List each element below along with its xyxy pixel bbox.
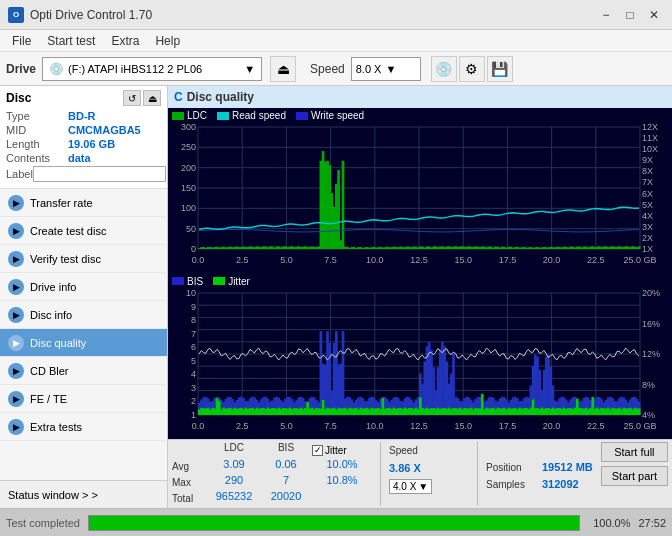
nav-label-create-test-disc: Create test disc — [30, 225, 106, 237]
disc-type-value: BD-R — [68, 110, 96, 122]
nav-item-drive-info[interactable]: ▶ Drive info — [0, 273, 167, 301]
menu-file[interactable]: File — [4, 32, 39, 50]
jitter-header: ✓ Jitter — [312, 442, 372, 458]
disc-contents-label: Contents — [6, 152, 68, 164]
status-window-button[interactable]: Status window > > — [0, 480, 167, 508]
speed-section: Speed 3.86 X 4.0 X ▼ — [389, 442, 469, 494]
start-part-button[interactable]: Start part — [601, 466, 668, 486]
chart-icon: C — [174, 90, 183, 104]
app-icon: O — [8, 7, 24, 23]
menu-extra[interactable]: Extra — [103, 32, 147, 50]
transfer-rate-icon: ▶ — [8, 195, 24, 211]
read-speed-legend-label: Read speed — [232, 110, 286, 121]
eject-button[interactable]: ⏏ — [270, 56, 296, 82]
disc-icon-btn[interactable]: 💿 — [431, 56, 457, 82]
nav-label-disc-quality: Disc quality — [30, 337, 86, 349]
chart-header: C Disc quality — [168, 86, 672, 108]
chart-title: Disc quality — [187, 90, 254, 104]
left-panel: Disc ↺ ⏏ Type BD-R MID CMCMAGBA5 Length … — [0, 86, 168, 508]
write-speed-legend-label: Write speed — [311, 110, 364, 121]
drive-value: (F:) ATAPI iHBS112 2 PL06 — [68, 63, 202, 75]
nav-item-cd-bler[interactable]: ▶ CD Bler — [0, 357, 167, 385]
position-section: Position 19512 MB Samples 312092 — [486, 442, 593, 492]
disc-length-label: Length — [6, 138, 68, 150]
titlebar: O Opti Drive Control 1.70 − □ ✕ — [0, 0, 672, 30]
speed-dropdown-row: 4.0 X ▼ — [389, 478, 469, 494]
disc-refresh-btn[interactable]: ↺ — [123, 90, 141, 106]
speed-dropdown-arrow: ▼ — [418, 481, 428, 492]
nav-label-disc-info: Disc info — [30, 309, 72, 321]
max-label: Max — [172, 474, 204, 490]
stats-section: Avg Max Total LDC 3.09 290 965232 BIS 0.… — [168, 439, 672, 508]
ldc-color-swatch — [172, 112, 184, 120]
disc-mid-label: MID — [6, 124, 68, 136]
max-jitter: 10.8% — [312, 474, 372, 490]
drive-info-icon: ▶ — [8, 279, 24, 295]
jitter-legend-label: Jitter — [228, 276, 250, 287]
read-speed-color-swatch — [217, 112, 229, 120]
progress-bar-outer — [88, 515, 580, 531]
samples-label: Samples — [486, 479, 538, 490]
nav-item-transfer-rate[interactable]: ▶ Transfer rate — [0, 189, 167, 217]
avg-jitter: 10.0% — [312, 458, 372, 474]
disc-eject-btn[interactable]: ⏏ — [143, 90, 161, 106]
nav-label-extra-tests: Extra tests — [30, 421, 82, 433]
jitter-legend: Jitter — [213, 276, 250, 287]
drive-select[interactable]: 💿 (F:) ATAPI iHBS112 2 PL06 ▼ — [42, 57, 262, 81]
speed-select[interactable]: 8.0 X ▼ — [351, 57, 421, 81]
titlebar-title: Opti Drive Control 1.70 — [30, 8, 152, 22]
stats-ldc-col: LDC 3.09 290 965232 — [208, 442, 260, 506]
disc-length-value: 19.06 GB — [68, 138, 115, 150]
save-icon-btn[interactable]: 💾 — [487, 56, 513, 82]
maximize-button[interactable]: □ — [620, 5, 640, 25]
ldc-col-header: LDC — [208, 442, 260, 458]
disc-contents-row: Contents data — [6, 152, 161, 164]
max-ldc: 290 — [208, 474, 260, 490]
speed-dropdown[interactable]: 4.0 X ▼ — [389, 479, 432, 494]
bis-legend-label: BIS — [187, 276, 203, 287]
bottom-chart-area: BIS Jitter — [168, 274, 672, 440]
top-chart-legend: LDC Read speed Write speed — [168, 108, 672, 123]
speed-label: Speed — [310, 62, 345, 76]
total-ldc: 965232 — [208, 490, 260, 506]
start-full-button[interactable]: Start full — [601, 442, 668, 462]
stats-jitter-col: ✓ Jitter 10.0% 10.8% — [312, 442, 372, 490]
main-area: Disc ↺ ⏏ Type BD-R MID CMCMAGBA5 Length … — [0, 86, 672, 508]
disc-type-row: Type BD-R — [6, 110, 161, 122]
nav-item-fe-te[interactable]: ▶ FE / TE — [0, 385, 167, 413]
close-button[interactable]: ✕ — [644, 5, 664, 25]
avg-bis: 0.06 — [264, 458, 308, 474]
disc-contents-value: data — [68, 152, 91, 164]
disc-label-input[interactable] — [33, 166, 166, 182]
cd-bler-icon: ▶ — [8, 363, 24, 379]
disc-length-row: Length 19.06 GB — [6, 138, 161, 150]
nav-item-disc-quality[interactable]: ▶ Disc quality — [0, 329, 167, 357]
nav-item-extra-tests[interactable]: ▶ Extra tests — [0, 413, 167, 441]
samples-value: 312092 — [542, 478, 579, 490]
nav-label-transfer-rate: Transfer rate — [30, 197, 93, 209]
disc-quality-icon: ▶ — [8, 335, 24, 351]
position-label: Position — [486, 462, 538, 473]
progress-percent: 100.0% — [588, 517, 630, 529]
titlebar-left: O Opti Drive Control 1.70 — [8, 7, 152, 23]
speed-value: 8.0 X — [356, 63, 382, 75]
verify-test-disc-icon: ▶ — [8, 251, 24, 267]
nav-label-verify-test-disc: Verify test disc — [30, 253, 101, 265]
minimize-button[interactable]: − — [596, 5, 616, 25]
disc-label-row: Label ✎ — [6, 166, 161, 182]
jitter-color-swatch — [213, 277, 225, 285]
right-panel: C Disc quality LDC Read speed Write spee… — [168, 86, 672, 508]
write-speed-color-swatch — [296, 112, 308, 120]
nav-item-disc-info[interactable]: ▶ Disc info — [0, 301, 167, 329]
extra-tests-icon: ▶ — [8, 419, 24, 435]
menu-start-test[interactable]: Start test — [39, 32, 103, 50]
progress-time: 27:52 — [638, 517, 666, 529]
avg-ldc: 3.09 — [208, 458, 260, 474]
nav-item-verify-test-disc[interactable]: ▶ Verify test disc — [0, 245, 167, 273]
settings-icon-btn[interactable]: ⚙ — [459, 56, 485, 82]
disc-type-label: Type — [6, 110, 68, 122]
jitter-checkbox[interactable]: ✓ — [312, 445, 323, 456]
menu-help[interactable]: Help — [147, 32, 188, 50]
nav-item-create-test-disc[interactable]: ▶ Create test disc — [0, 217, 167, 245]
disc-info-icon: ▶ — [8, 307, 24, 323]
